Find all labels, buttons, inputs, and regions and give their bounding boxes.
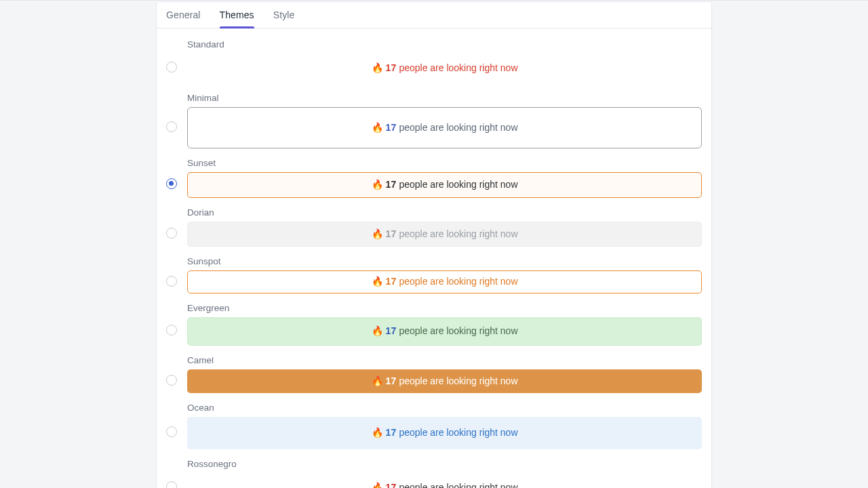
theme-label: Sunset xyxy=(187,158,702,168)
theme-option-ocean[interactable]: Ocean 🔥17 people are looking right now xyxy=(166,403,702,449)
theme-option-evergreen[interactable]: Evergreen 🔥17 people are looking right n… xyxy=(166,303,702,346)
theme-option-minimal[interactable]: Minimal 🔥17 people are looking right now xyxy=(166,93,702,149)
theme-preview-camel: 🔥17 people are looking right now xyxy=(187,369,702,394)
themes-list: Standard 🔥17 people are looking right no… xyxy=(157,28,711,488)
theme-option-standard[interactable]: Standard 🔥17 people are looking right no… xyxy=(166,39,702,83)
theme-option-dorian[interactable]: Dorian 🔥17 people are looking right now xyxy=(166,207,702,247)
radio-sunset[interactable] xyxy=(166,178,177,189)
tab-general[interactable]: General xyxy=(166,3,201,28)
theme-preview-rossonegro: 🔥17 people are looking right now xyxy=(187,473,702,488)
theme-preview-dorian: 🔥17 people are looking right now xyxy=(187,222,702,247)
fire-icon: 🔥 xyxy=(372,325,383,336)
fire-icon: 🔥 xyxy=(372,228,383,239)
fire-icon: 🔥 xyxy=(372,122,383,133)
theme-preview-standard: 🔥17 people are looking right now xyxy=(187,54,702,83)
radio-sunspot[interactable] xyxy=(166,276,177,287)
fire-icon: 🔥 xyxy=(372,482,383,488)
radio-ocean[interactable] xyxy=(166,426,177,437)
theme-label: Ocean xyxy=(187,403,702,413)
theme-preview-sunspot: 🔥17 people are looking right now xyxy=(187,270,702,293)
theme-option-sunspot[interactable]: Sunspot 🔥17 people are looking right now xyxy=(166,256,702,293)
theme-label: Evergreen xyxy=(187,303,702,313)
theme-preview-sunset: 🔥17 people are looking right now xyxy=(187,172,702,198)
fire-icon: 🔥 xyxy=(372,375,383,386)
theme-label: Sunspot xyxy=(187,256,702,266)
fire-icon: 🔥 xyxy=(372,179,383,190)
theme-option-rossonegro[interactable]: Rossonegro 🔥17 people are looking right … xyxy=(166,459,702,488)
fire-icon: 🔥 xyxy=(372,427,383,438)
theme-option-sunset[interactable]: Sunset 🔥17 people are looking right now xyxy=(166,158,702,198)
radio-rossonegro[interactable] xyxy=(166,481,177,488)
tabs: General Themes Style xyxy=(157,3,711,28)
radio-standard[interactable] xyxy=(166,62,177,73)
radio-camel[interactable] xyxy=(166,375,177,386)
tab-themes[interactable]: Themes xyxy=(220,3,254,28)
fire-icon: 🔥 xyxy=(372,62,383,73)
theme-label: Dorian xyxy=(187,207,702,218)
radio-dorian[interactable] xyxy=(166,228,177,239)
radio-minimal[interactable] xyxy=(166,121,177,132)
radio-evergreen[interactable] xyxy=(166,325,177,336)
theme-preview-minimal: 🔥17 people are looking right now xyxy=(187,107,702,149)
theme-label: Minimal xyxy=(187,93,702,103)
theme-preview-evergreen: 🔥17 people are looking right now xyxy=(187,317,702,346)
theme-option-camel[interactable]: Camel 🔥17 people are looking right now xyxy=(166,355,702,394)
theme-label: Camel xyxy=(187,355,702,365)
tab-style[interactable]: Style xyxy=(273,3,295,28)
theme-preview-ocean: 🔥17 people are looking right now xyxy=(187,417,702,449)
settings-panel: General Themes Style Standard 🔥17 people… xyxy=(156,3,712,488)
theme-label: Rossonegro xyxy=(187,459,702,469)
fire-icon: 🔥 xyxy=(372,276,383,287)
theme-label: Standard xyxy=(187,39,702,49)
